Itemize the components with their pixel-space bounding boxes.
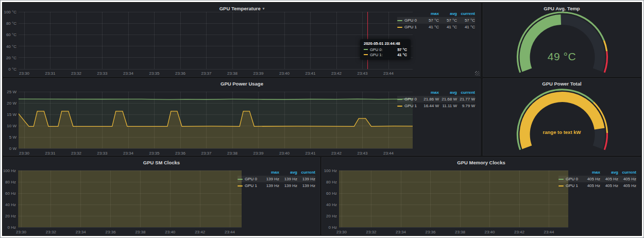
panel-resize-handle[interactable] xyxy=(475,71,480,76)
x-axis-tick-label: 23:44 xyxy=(544,230,554,234)
legend-column-header-current[interactable]: current xyxy=(618,169,636,176)
series-area-gpu-1 xyxy=(338,158,571,227)
legend-series-toggle-gpu-1[interactable]: GPU 1 xyxy=(238,182,261,189)
graph-tooltip: 2020-05-01 23:44:48GPU 0:57 °CGPU 1:41 °… xyxy=(360,39,411,60)
x-axis-tick-label: 23:40 xyxy=(484,230,495,234)
legend-value-max: 16.44 W xyxy=(421,103,439,109)
x-axis-tick-label: 23:44 xyxy=(383,151,394,155)
panel-menu-caret-icon[interactable]: ▾ xyxy=(263,7,265,10)
legend-column-header-max[interactable]: max xyxy=(421,10,439,17)
x-axis-tick-label: 23:32 xyxy=(366,230,377,234)
panel-title-gpu-sm-clocks[interactable]: GPU SM Clocks xyxy=(4,159,319,166)
gauge-value-arc xyxy=(525,97,600,147)
x-axis-tick-label: 23:35 xyxy=(149,71,160,76)
tooltip-series-value: 57 °C xyxy=(393,47,407,52)
y-axis-tick-label: 60 °C xyxy=(6,32,16,37)
panel-title-gpu-power-usage[interactable]: GPU Power Usage xyxy=(4,80,480,88)
legend-row: GPU 1139 Hz139 Hz139 Hz xyxy=(238,182,315,189)
panel-title-gpu-avg-temp[interactable]: GPU Avg. Temp xyxy=(483,5,640,12)
panel-title-gpu-memory-clocks[interactable]: GPU Memory Clocks xyxy=(322,159,640,166)
panel-gpu-avg-temp: GPU Avg. Temp 49 °C xyxy=(483,3,641,77)
legend-column-header-current[interactable]: current xyxy=(457,10,475,17)
legend-row: GPU 0405 Hz405 Hz405 Hz xyxy=(558,176,636,182)
y-axis-tick-label: 40 Hz xyxy=(5,202,16,207)
x-axis-tick-label: 23:37 xyxy=(201,71,212,76)
legend-column-header-max[interactable]: max xyxy=(421,89,439,96)
x-axis-tick-label: 23:41 xyxy=(305,71,316,76)
legend-value-current: 9.79 W xyxy=(457,103,475,109)
x-axis-tick-label: 23:30 xyxy=(19,151,30,155)
series-color-dash-icon xyxy=(397,20,402,21)
tooltip-timestamp: 2020-05-01 23:44:48 xyxy=(364,41,407,46)
panel-title-text: GPU Memory Clocks xyxy=(457,160,505,165)
legend-column-header-current[interactable]: current xyxy=(297,169,315,176)
y-axis-tick-label: 80 Hz xyxy=(326,180,337,184)
legend-column-header-max[interactable]: max xyxy=(582,169,600,176)
legend-row: GPU 057 °C57 °C57 °C xyxy=(397,17,475,24)
y-axis-tick-label: 80 °C xyxy=(6,21,16,26)
legend-header-row: maxavgcurrent xyxy=(238,169,315,176)
panel-title-text: GPU Power Usage xyxy=(221,81,263,87)
panel-gpu-temperature: GPU Temperature▾ 0 °C20 °C40 °C60 °C80 °… xyxy=(3,3,481,77)
legend-value-max: 405 Hz xyxy=(582,176,600,182)
legend-value-avg: 139 Hz xyxy=(279,182,297,189)
x-axis-tick-label: 23:42 xyxy=(195,230,206,234)
legend-series-toggle-gpu-1[interactable]: GPU 1 xyxy=(397,24,421,30)
x-axis-tick-label: 23:32 xyxy=(71,151,82,155)
x-axis-tick-label: 23:40 xyxy=(165,230,176,234)
y-axis-tick-label: 60 Hz xyxy=(326,191,337,196)
legend-series-toggle-gpu-0[interactable]: GPU 0 xyxy=(397,96,421,103)
legend-series-toggle-gpu-1[interactable]: GPU 1 xyxy=(397,103,421,109)
x-axis-tick-label: 23:34 xyxy=(123,151,134,155)
x-axis-tick-label: 23:44 xyxy=(225,230,235,234)
series-color-dash-icon xyxy=(238,179,243,180)
x-axis-tick-label: 23:33 xyxy=(97,71,108,76)
legend-column-header-avg[interactable]: avg xyxy=(600,169,618,176)
x-axis-tick-label: 23:36 xyxy=(175,151,186,155)
panel-title-text: GPU Temperature xyxy=(219,6,261,11)
x-axis-tick-label: 23:36 xyxy=(175,71,186,76)
legend-value-current: 41 °C xyxy=(457,24,475,30)
y-axis-tick-label: 20 °C xyxy=(6,56,16,60)
legend-value-current: 21.77 W xyxy=(457,96,475,103)
legend-series-toggle-gpu-0[interactable]: GPU 0 xyxy=(397,17,421,24)
panel-gpu-sm-clocks: GPU SM Clocks 0 Hz20 Hz40 Hz60 Hz80 Hz10… xyxy=(3,157,320,235)
gpu-memory-clocks-legend: maxavgcurrentGPU 0405 Hz405 Hz405 HzGPU … xyxy=(558,169,636,189)
legend-series-toggle-gpu-1[interactable]: GPU 1 xyxy=(558,182,582,189)
legend-header-row: maxavgcurrent xyxy=(397,10,475,17)
legend-column-header-avg[interactable]: avg xyxy=(279,169,297,176)
legend-series-toggle-gpu-0[interactable]: GPU 0 xyxy=(558,176,582,182)
tooltip-series-name: GPU 0: xyxy=(370,47,383,52)
legend-column-header-max[interactable]: max xyxy=(261,169,279,176)
legend-value-current: 57 °C xyxy=(457,17,475,24)
legend-column-header-avg[interactable]: avg xyxy=(439,89,457,96)
legend-series-toggle-gpu-0[interactable]: GPU 0 xyxy=(238,176,261,182)
y-axis-tick-label: 20 Hz xyxy=(326,214,337,218)
legend-value-avg: 41 °C xyxy=(439,24,457,30)
y-axis-tick-label: 20 Hz xyxy=(5,214,16,218)
x-axis-tick-label: 23:39 xyxy=(253,71,264,76)
legend-value-avg: 405 Hz xyxy=(600,176,618,182)
series-color-dash-icon xyxy=(364,49,368,50)
x-axis-tick-label: 23:42 xyxy=(514,230,525,234)
x-axis-tick-label: 23:33 xyxy=(97,151,108,155)
panel-title-gpu-power-total[interactable]: GPU Power Total xyxy=(483,80,640,88)
series-color-dash-icon xyxy=(397,106,402,107)
legend-row: GPU 021.86 W21.68 W21.77 W xyxy=(397,96,475,103)
x-axis-tick-label: 23:32 xyxy=(46,230,57,234)
x-axis-tick-label: 23:30 xyxy=(336,230,347,234)
legend-value-avg: 405 Hz xyxy=(600,182,618,189)
y-axis-tick-label: 80 Hz xyxy=(5,180,16,184)
series-color-dash-icon xyxy=(558,179,564,180)
legend-column-header-avg[interactable]: avg xyxy=(439,10,457,17)
x-axis-tick-label: 23:42 xyxy=(331,151,342,155)
legend-value-max: 21.86 W xyxy=(421,96,439,103)
legend-header-row: maxavgcurrent xyxy=(397,89,475,96)
y-axis-tick-label: 5 W xyxy=(9,135,17,140)
x-axis-tick-label: 23:30 xyxy=(16,230,27,234)
legend-row: GPU 1405 Hz405 Hz405 Hz xyxy=(558,182,636,189)
series-color-dash-icon xyxy=(238,185,243,186)
gpu-temperature-legend: maxavgcurrentGPU 057 °C57 °C57 °CGPU 141… xyxy=(397,10,475,30)
legend-column-header-current[interactable]: current xyxy=(457,89,475,96)
x-axis-tick-label: 23:31 xyxy=(45,71,56,76)
